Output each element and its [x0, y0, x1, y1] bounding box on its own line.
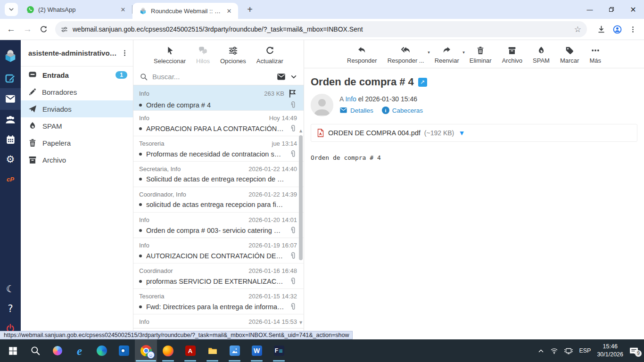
spam-button[interactable]: SPAM	[528, 46, 554, 64]
opciones-button[interactable]: Opciones	[216, 46, 250, 65]
language-indicator[interactable]: ESP	[579, 347, 591, 354]
tab-roundcube[interactable]: Roundcube Webmail :: Enviados ✕	[132, 3, 238, 19]
taskbar-internet-explorer-icon[interactable]: e	[68, 339, 91, 362]
seleccionar-button[interactable]: Seleccionar	[149, 46, 190, 65]
flag-icon[interactable]	[288, 89, 297, 98]
taskmenu-dark-mode[interactable]: ☾	[0, 279, 21, 299]
window-close-button[interactable]: ✕	[622, 0, 644, 19]
message-list-row[interactable]: Coordinador2026-01-16 16:48proformas SER…	[133, 263, 304, 289]
archivo-button[interactable]: Archivo	[497, 46, 527, 64]
scroll-down-arrow[interactable]: ▼	[298, 321, 303, 325]
tab-close-icon[interactable]: ✕	[225, 7, 233, 15]
message-list-row[interactable]: Tesoreria2026-01-15 14:32Fwd: Directrice…	[133, 289, 304, 314]
tab-close-icon[interactable]: ✕	[119, 5, 127, 14]
taskbar-edge-icon[interactable]	[91, 339, 113, 362]
taskbar-copilot-icon[interactable]	[46, 339, 68, 362]
bookmark-star-icon[interactable]: ☆	[574, 25, 581, 34]
taskbar-file-explorer-icon[interactable]	[201, 339, 223, 362]
message-list-row[interactable]: InfoHoy 14:49APROBACION PARA LA CONTRATA…	[133, 111, 304, 136]
details-button[interactable]: Detalles	[339, 107, 373, 114]
search-scope-envelope-icon[interactable]	[277, 73, 286, 81]
taskbar-search-icon[interactable]	[24, 339, 46, 362]
back-button[interactable]: ←	[7, 24, 16, 34]
sidebar-folder-entrada[interactable]: Entrada1	[21, 66, 133, 83]
search-options-chevron-icon[interactable]	[290, 74, 297, 80]
message-list-row[interactable]: Coordinador, Info2026-01-22 14:39solicit…	[133, 187, 304, 213]
message-status-dot[interactable]	[139, 178, 142, 181]
site-settings-icon[interactable]	[61, 26, 68, 33]
taskbar-acrobat-icon[interactable]: A	[179, 339, 201, 362]
taskmenu-roundcube-logo[interactable]	[0, 44, 21, 68]
message-list-row[interactable]: Info2026-01-14 15:53	[133, 314, 304, 328]
attachment-filename[interactable]: ORDEN DE COMPRA 004.pdf	[328, 129, 421, 137]
window-minimize-button[interactable]: —	[579, 0, 601, 19]
taskbar-f-app-icon[interactable]: F≡	[268, 339, 290, 362]
message-list-row[interactable]: Tesoreriajue 13:14Proformas de necesidad…	[133, 136, 304, 162]
taskbar-photos-icon[interactable]	[223, 339, 246, 362]
más-button[interactable]: Más	[585, 46, 606, 64]
list-scrollbar[interactable]: ▲ ▼	[298, 129, 303, 325]
actualizar-button[interactable]: Actualizar	[252, 46, 288, 65]
taskbar-outlook-icon[interactable]	[113, 339, 135, 362]
message-status-dot[interactable]	[139, 255, 142, 257]
cast-icon[interactable]	[564, 347, 573, 354]
window-restore-button[interactable]	[601, 0, 622, 19]
taskbar-firefox-icon[interactable]	[157, 339, 179, 362]
profile-icon[interactable]	[613, 25, 622, 34]
sidebar-folder-archivo[interactable]: Archivo	[21, 151, 133, 168]
attachment-menu-caret-icon[interactable]: ▼	[460, 130, 463, 136]
tray-expand-icon[interactable]	[538, 348, 544, 354]
account-menu-icon[interactable]	[121, 49, 128, 57]
message-list-row[interactable]: Info2026-01-20 14:01Orden de compra # 00…	[133, 213, 304, 238]
responder-button[interactable]: Responder	[342, 46, 382, 64]
message-status-dot[interactable]	[139, 229, 142, 232]
hilos-button[interactable]: Hilos	[192, 46, 214, 65]
message-status-dot[interactable]	[139, 153, 142, 156]
reload-button[interactable]	[40, 25, 48, 33]
notifications-icon[interactable]: 9	[629, 347, 638, 355]
taskbar-word-icon[interactable]: W	[246, 339, 268, 362]
search-input[interactable]	[152, 73, 272, 81]
taskmenu-calendar[interactable]	[0, 130, 21, 149]
scrollbar-thumb[interactable]	[299, 135, 303, 260]
address-bar[interactable]: webmail.sanjuan.gob.ec/cpsess0245002515/…	[55, 21, 587, 37]
sidebar-folder-spam[interactable]: SPAM	[21, 117, 133, 134]
message-status-dot[interactable]	[139, 104, 142, 107]
headers-button[interactable]: i Cabeceras	[382, 107, 423, 114]
taskmenu-settings[interactable]: ⚙	[0, 149, 21, 169]
taskmenu-cpanel[interactable]: cP	[0, 169, 21, 189]
eliminar-button[interactable]: Eliminar	[465, 46, 496, 64]
message-list-row[interactable]: Info2026-01-19 16:07AUTORIZACION DE CONT…	[133, 238, 304, 263]
taskbar-clock[interactable]: 15:46 30/1/2026	[597, 343, 623, 359]
taskmenu-mail[interactable]	[0, 88, 21, 110]
sidebar-folder-papelera[interactable]: Papelera	[21, 134, 133, 151]
message-list-row[interactable]: Info263 KBOrden de compra # 4	[133, 85, 304, 111]
message-status-dot[interactable]	[139, 127, 142, 130]
tab-search-button[interactable]	[5, 3, 18, 16]
url-text[interactable]: webmail.sanjuan.gob.ec/cpsess0245002515/…	[73, 25, 570, 33]
message-status-dot[interactable]	[139, 203, 142, 206]
browser-menu-icon[interactable]	[629, 26, 636, 33]
responder-button[interactable]: ▾Responder ...	[383, 46, 429, 64]
attachment-row[interactable]: ORDEN DE COMPRA 004.pdf (~192 KB) ▼	[311, 124, 637, 142]
tab-whatsapp[interactable]: (2) WhatsApp ✕	[20, 0, 132, 19]
new-tab-button[interactable]: +	[244, 4, 256, 15]
taskmenu-help[interactable]: ?	[0, 299, 21, 319]
downloads-icon[interactable]	[597, 25, 605, 33]
message-status-dot[interactable]	[139, 280, 142, 283]
forward-button[interactable]: →	[23, 24, 32, 34]
sidebar-folder-borradores[interactable]: Borradores	[21, 83, 133, 100]
message-list-row[interactable]: Secretaria, Info2026-01-22 14:40Solicitu…	[133, 162, 304, 187]
marcar-button[interactable]: Marcar	[555, 46, 584, 64]
taskbar-start-button[interactable]	[2, 339, 24, 362]
sidebar-folder-enviados[interactable]: Enviados	[21, 100, 133, 117]
taskmenu-contacts[interactable]	[0, 110, 21, 130]
wifi-icon[interactable]	[550, 347, 558, 354]
taskbar-chrome-icon[interactable]: ☺	[135, 339, 157, 362]
reenviar-button[interactable]: ▾Reenviar	[430, 46, 464, 64]
open-in-new-window-icon[interactable]: ↗	[418, 78, 427, 87]
recipient-link[interactable]: Info	[345, 95, 356, 103]
scroll-up-arrow[interactable]: ▲	[298, 129, 303, 133]
message-status-dot[interactable]	[139, 305, 142, 308]
taskmenu-compose[interactable]	[0, 68, 21, 88]
